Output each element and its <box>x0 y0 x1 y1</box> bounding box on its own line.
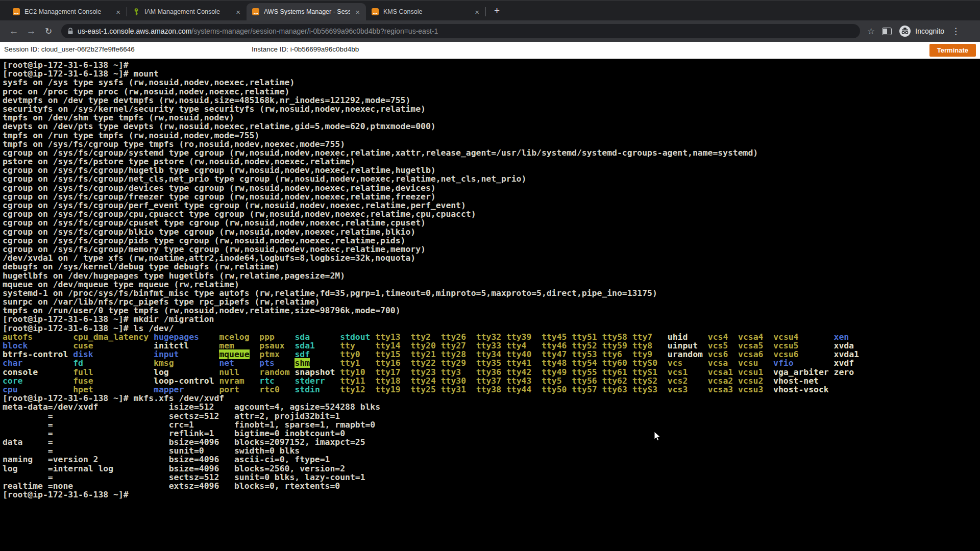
device-entry: tty8 <box>632 341 652 350</box>
device-entry: tty11 <box>340 376 365 386</box>
menu-icon[interactable]: ⋮ <box>951 26 960 37</box>
device-entry: vga_arbiter <box>773 367 829 377</box>
device-entry: tty19 <box>375 385 400 394</box>
lock-icon <box>67 28 74 35</box>
device-entry: nvram <box>219 376 244 386</box>
device-entry: tty23 <box>410 367 435 377</box>
device-entry: urandom <box>668 349 703 359</box>
device-entry: full <box>73 367 93 377</box>
address-bar[interactable]: us-east-1.console.aws.amazon.com/systems… <box>61 24 860 38</box>
device-entry: tty16 <box>375 358 400 368</box>
device-entry: tty10 <box>340 367 365 377</box>
device-entry: vcsa2 <box>708 376 733 386</box>
device-entry: ttyS2 <box>632 376 657 386</box>
terminal-line: realtime =none extsz=4096 blocks=0, rtex… <box>3 482 980 490</box>
device-entry: autofs <box>3 332 33 342</box>
device-entry: tty60 <box>602 358 627 368</box>
terminal-line: cgroup on /sys/fs/cgroup/devices type cg… <box>3 184 980 192</box>
url-text: us-east-1.console.aws.amazon.com/systems… <box>78 27 438 35</box>
device-entry: kmsg <box>154 358 174 368</box>
tab-kms-console[interactable]: KMS Console× <box>366 3 485 20</box>
terminal-line: block cuse initctl mem psaux sda1 tty tt… <box>3 341 980 350</box>
reload-button[interactable]: ↻ <box>40 26 57 37</box>
terminal-line: sunrpc on /var/lib/nfs/rpc_pipefs type r… <box>3 297 980 306</box>
tab-title: KMS Console <box>383 8 470 15</box>
device-entry: vcsu4 <box>773 332 798 342</box>
device-entry: btrfs-control <box>3 349 68 359</box>
tab-aws-systems-manager-sess[interactable]: AWS Systems Manager - Sess× <box>247 3 366 20</box>
device-entry: tty31 <box>441 385 466 394</box>
url-path: /systems-manager/session-manager/i-0b566… <box>191 27 438 35</box>
terminal-line: [root@ip-172-31-6-138 ~]# <box>3 490 980 499</box>
terminal-line: char fd kmsg net pts shm tty1 tty16 tty2… <box>3 359 980 367</box>
device-entry: tty0 <box>340 349 360 359</box>
terminal-line: = reflink=1 bigtime=0 inobtcount=0 <box>3 429 980 438</box>
device-entry: tty48 <box>542 358 567 368</box>
device-entry: tty1 <box>340 358 360 368</box>
aws-orange-cube-icon <box>252 8 260 16</box>
device-entry: char <box>3 358 22 368</box>
device-entry: psaux <box>259 341 284 350</box>
device-entry: tty50 <box>542 385 567 394</box>
close-tab-icon[interactable]: × <box>235 8 241 16</box>
back-button[interactable]: ← <box>5 26 22 37</box>
device-entry: tty44 <box>506 385 531 394</box>
terminal-line: = sectsz=512 sunit=0 blks, lazy-count=1 <box>3 473 980 482</box>
bookmark-star-icon[interactable]: ☆ <box>867 26 875 37</box>
device-entry: tty53 <box>572 349 597 359</box>
device-entry: tty58 <box>602 332 627 342</box>
device-entry: hugepages <box>154 332 199 342</box>
device-entry: tty52 <box>572 341 597 350</box>
close-tab-icon[interactable]: × <box>115 8 121 16</box>
device-entry: mcelog <box>219 332 249 342</box>
device-entry: ttyS3 <box>632 385 657 394</box>
device-entry: tty42 <box>506 367 531 377</box>
iam-green-key-icon <box>132 8 140 16</box>
incognito-label: Incognito <box>915 27 944 35</box>
terminate-button[interactable]: Terminate <box>929 44 976 57</box>
close-tab-icon[interactable]: × <box>354 8 361 16</box>
device-entry: tty15 <box>375 349 400 359</box>
tab-title: EC2 Management Console <box>24 8 111 15</box>
device-entry: hpet <box>73 385 93 394</box>
device-entry: tty39 <box>506 332 531 342</box>
device-entry: sdf <box>295 349 310 359</box>
device-entry: tty56 <box>572 376 597 386</box>
incognito-icon <box>899 25 911 37</box>
terminal-line: [root@ip-172-31-6-138 ~]# mkdir /migrati… <box>3 315 980 323</box>
terminal[interactable]: [root@ip-172-31-6-138 ~]#[root@ip-172-31… <box>0 59 980 551</box>
device-entry: tty6 <box>602 349 622 359</box>
side-panel-icon[interactable] <box>882 28 892 35</box>
aws-orange-cube-icon <box>12 8 20 16</box>
device-entry: snapshot <box>295 367 335 377</box>
terminal-line: cgroup on /sys/fs/cgroup/perf_event type… <box>3 201 980 210</box>
device-entry: port <box>219 385 239 394</box>
device-entry: vcsu <box>738 358 758 368</box>
tab-title: AWS Systems Manager - Sess <box>264 8 350 15</box>
device-entry: vcsu1 <box>738 367 763 377</box>
tab-iam-management-console[interactable]: IAM Management Console× <box>127 3 247 20</box>
device-entry: tty54 <box>572 358 597 368</box>
device-entry: vcs3 <box>668 385 688 394</box>
terminal-line: sysfs on /sys type sysfs (rw,nosuid,node… <box>3 78 980 87</box>
device-entry: vhost-net <box>773 376 819 386</box>
device-entry: null <box>219 367 239 377</box>
device-entry: xvdf <box>834 358 854 368</box>
new-tab-button[interactable]: + <box>491 5 503 16</box>
terminal-line: meta-data=/dev/xvdf isize=512 agcount=4,… <box>3 403 980 411</box>
tab-ec2-management-console[interactable]: EC2 Management Console× <box>7 3 127 20</box>
device-entry: tty63 <box>602 385 627 394</box>
terminal-line: = sunit=0 swidth=0 blks <box>3 446 980 455</box>
device-entry: vhost-vsock <box>773 385 829 394</box>
forward-button[interactable]: → <box>22 26 40 37</box>
close-tab-icon[interactable]: × <box>474 8 480 16</box>
device-entry: tty30 <box>441 376 466 386</box>
device-entry: xvda1 <box>834 349 859 359</box>
device-entry: tty4 <box>506 341 526 350</box>
terminal-line: cgroup on /sys/fs/cgroup/systemd type cg… <box>3 148 980 157</box>
device-entry: tty22 <box>410 358 435 368</box>
device-entry: random <box>259 367 289 377</box>
device-entry: vcsu5 <box>773 341 798 350</box>
device-entry: tty36 <box>476 367 501 377</box>
device-entry: input <box>154 349 179 359</box>
